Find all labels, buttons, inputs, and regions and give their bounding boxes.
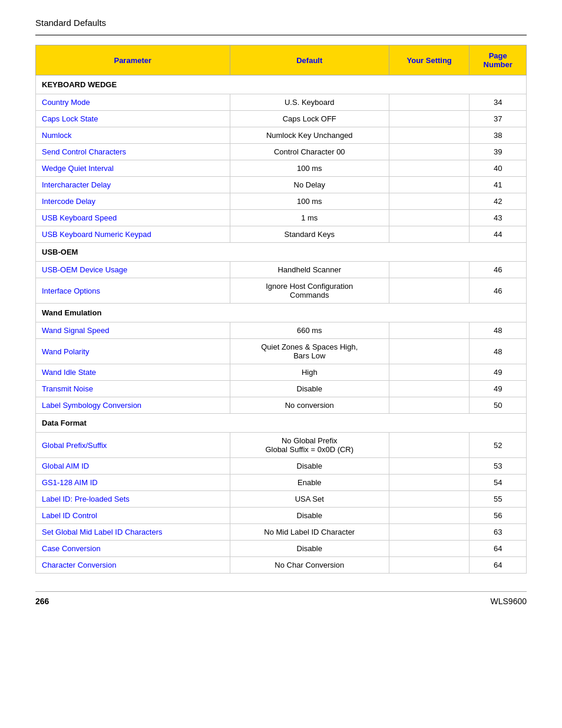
page-number-cell: 55 (470, 491, 527, 508)
section-header-usb-oem: USB-OEM (36, 243, 527, 262)
header-your-setting: Your Setting (389, 45, 469, 75)
default-value: No conversion (230, 397, 389, 414)
page-number-cell: 53 (470, 458, 527, 475)
param-name[interactable]: Country Mode (36, 94, 230, 111)
your-setting-cell (389, 111, 469, 127)
param-name[interactable]: Label Symbology Conversion (36, 397, 230, 414)
default-value: U.S. Keyboard (230, 94, 389, 111)
param-name[interactable]: Label ID: Pre-loaded Sets (36, 491, 230, 508)
table-row: USB Keyboard Numeric KeypadStandard Keys… (36, 226, 527, 243)
default-value: USA Set (230, 491, 389, 508)
param-name[interactable]: Intercode Delay (36, 193, 230, 210)
default-value: Disable (230, 541, 389, 557)
your-setting-cell (389, 541, 469, 557)
param-name[interactable]: Set Global Mid Label ID Characters (36, 524, 230, 541)
header-page-number: PageNumber (470, 45, 527, 75)
your-setting-cell (389, 557, 469, 574)
table-row: Wand Signal Speed660 ms48 (36, 322, 527, 339)
your-setting-cell (389, 210, 469, 226)
page-number-cell: 42 (470, 193, 527, 210)
param-name[interactable]: Wand Signal Speed (36, 322, 230, 339)
page-number-cell: 43 (470, 210, 527, 226)
page-number-cell: 39 (470, 144, 527, 160)
table-row: Case ConversionDisable64 (36, 541, 527, 557)
param-name[interactable]: Case Conversion (36, 541, 230, 557)
your-setting-cell (389, 160, 469, 177)
footer-brand: WLS9600 (491, 597, 527, 606)
standards-table: Parameter Default Your Setting PageNumbe… (35, 45, 527, 574)
param-name[interactable]: Wand Idle State (36, 364, 230, 381)
your-setting-cell (389, 226, 469, 243)
table-header-row: Parameter Default Your Setting PageNumbe… (36, 45, 527, 75)
table-row: Transmit NoiseDisable49 (36, 381, 527, 397)
your-setting-cell (389, 491, 469, 508)
default-value: 660 ms (230, 322, 389, 339)
your-setting-cell (389, 475, 469, 491)
your-setting-cell (389, 397, 469, 414)
page-number-cell: 38 (470, 127, 527, 144)
table-row: Wedge Quiet Interval100 ms40 (36, 160, 527, 177)
page-number-cell: 46 (470, 278, 527, 304)
default-value: Control Character 00 (230, 144, 389, 160)
your-setting-cell (389, 339, 469, 364)
page-number-cell: 54 (470, 475, 527, 491)
page-number-cell: 40 (470, 160, 527, 177)
param-name[interactable]: USB Keyboard Numeric Keypad (36, 226, 230, 243)
param-name[interactable]: Global Prefix/Suffix (36, 433, 230, 458)
your-setting-cell (389, 127, 469, 144)
table-row: USB-OEM Device UsageHandheld Scanner46 (36, 262, 527, 278)
your-setting-cell (389, 94, 469, 111)
param-name[interactable]: Character Conversion (36, 557, 230, 574)
table-row: Wand PolarityQuiet Zones & Spaces High,B… (36, 339, 527, 364)
param-name[interactable]: Wedge Quiet Interval (36, 160, 230, 177)
param-name[interactable]: Caps Lock State (36, 111, 230, 127)
table-row: Set Global Mid Label ID CharactersNo Mid… (36, 524, 527, 541)
page-number-cell: 64 (470, 541, 527, 557)
section-header-keyboard-wedge: KEYBOARD WEDGE (36, 75, 527, 94)
table-row: Intercode Delay100 ms42 (36, 193, 527, 210)
page-number-cell: 50 (470, 397, 527, 414)
default-value: Disable (230, 508, 389, 524)
page-title: Standard Defaults (35, 18, 527, 28)
param-name[interactable]: GS1-128 AIM ID (36, 475, 230, 491)
param-name[interactable]: Numlock (36, 127, 230, 144)
table-row: Send Control CharactersControl Character… (36, 144, 527, 160)
default-value: Disable (230, 458, 389, 475)
param-name[interactable]: Intercharacter Delay (36, 177, 230, 193)
your-setting-cell (389, 381, 469, 397)
default-value: Disable (230, 381, 389, 397)
table-row: USB Keyboard Speed1 ms43 (36, 210, 527, 226)
table-row: GS1-128 AIM IDEnable54 (36, 475, 527, 491)
param-name[interactable]: Interface Options (36, 278, 230, 304)
your-setting-cell (389, 193, 469, 210)
table-row: Character ConversionNo Char Conversion64 (36, 557, 527, 574)
default-value: Numlock Key Unchanged (230, 127, 389, 144)
table-row: Label ID: Pre-loaded SetsUSA Set55 (36, 491, 527, 508)
page-number-cell: 56 (470, 508, 527, 524)
param-name[interactable]: Send Control Characters (36, 144, 230, 160)
param-name[interactable]: Label ID Control (36, 508, 230, 524)
divider (35, 35, 527, 35)
param-name[interactable]: Transmit Noise (36, 381, 230, 397)
page-number-cell: 46 (470, 262, 527, 278)
your-setting-cell (389, 262, 469, 278)
page-number-cell: 37 (470, 111, 527, 127)
table-row: Intercharacter DelayNo Delay41 (36, 177, 527, 193)
param-name[interactable]: Global AIM ID (36, 458, 230, 475)
table-row: Global AIM IDDisable53 (36, 458, 527, 475)
table-row: Wand Idle StateHigh49 (36, 364, 527, 381)
your-setting-cell (389, 524, 469, 541)
default-value: 100 ms (230, 193, 389, 210)
your-setting-cell (389, 364, 469, 381)
page-number-cell: 49 (470, 364, 527, 381)
default-value: No Char Conversion (230, 557, 389, 574)
param-name[interactable]: Wand Polarity (36, 339, 230, 364)
table-row: Global Prefix/SuffixNo Global PrefixGlob… (36, 433, 527, 458)
your-setting-cell (389, 433, 469, 458)
page-number-cell: 49 (470, 381, 527, 397)
param-name[interactable]: USB-OEM Device Usage (36, 262, 230, 278)
footer-page-number: 266 (35, 597, 49, 606)
default-value: Quiet Zones & Spaces High,Bars Low (230, 339, 389, 364)
table-row: Interface OptionsIgnore Host Configurati… (36, 278, 527, 304)
param-name[interactable]: USB Keyboard Speed (36, 210, 230, 226)
